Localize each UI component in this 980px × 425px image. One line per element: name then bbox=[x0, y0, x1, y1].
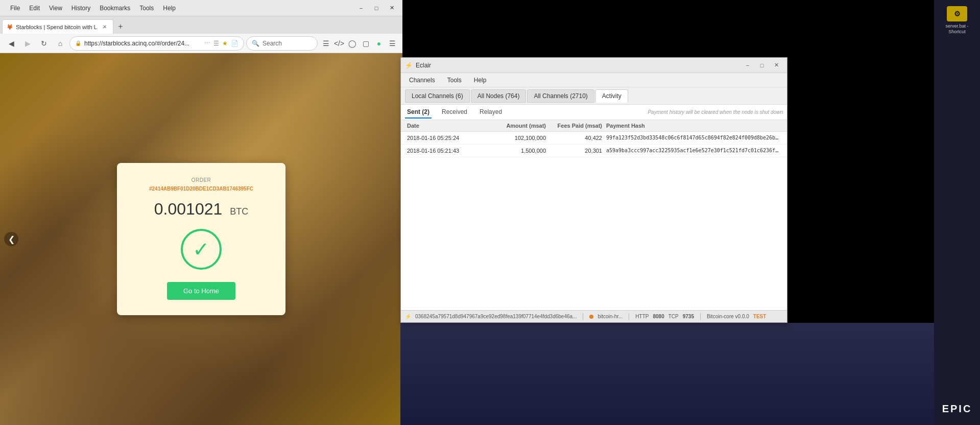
status-indicator bbox=[589, 315, 593, 319]
status-separator-3 bbox=[700, 313, 701, 320]
eclair-node-id: 0368245a79571d8d947967a9ce92ed98fea139f0… bbox=[415, 314, 577, 319]
status-separator bbox=[583, 313, 583, 320]
toolbar-icons: ☰ </> ◯ ▢ ● ☰ bbox=[320, 37, 398, 50]
eclair-menu-tools[interactable]: Tools bbox=[441, 75, 468, 86]
eclair-title: Eclair bbox=[416, 62, 741, 69]
order-label: ORDER bbox=[132, 177, 270, 183]
container-icon[interactable]: ▢ bbox=[360, 37, 372, 50]
row1-fees: 40,422 bbox=[548, 134, 604, 141]
order-hash: #2414AB9BF01D20BDE1CD3AB1746395FC bbox=[132, 186, 270, 192]
tab-all-channels[interactable]: All Channels (2710) bbox=[527, 89, 594, 103]
network-badge: TEST bbox=[753, 314, 767, 319]
subtab-received[interactable]: Received bbox=[440, 106, 469, 119]
server-bat-icon: ⚙ bbox=[947, 6, 967, 21]
taskbar: ⚙ server.bat - Shortcut EPIC bbox=[934, 0, 980, 425]
btc-amount: 0.001021 BTC bbox=[132, 200, 270, 219]
maximize-button[interactable]: □ bbox=[370, 3, 383, 13]
eclair-window: ⚡ Eclair − □ ✕ Channels Tools Help Local… bbox=[400, 57, 787, 323]
menu-history[interactable]: History bbox=[67, 4, 94, 13]
row1-date: 2018-01-16 05:25:24 bbox=[405, 134, 487, 141]
tab-local-channels[interactable]: Local Channels (6) bbox=[405, 89, 470, 103]
menu-tools[interactable]: Tools bbox=[135, 4, 158, 13]
eclair-table: Date Amount (msat) Fees Paid (msat) Paym… bbox=[401, 120, 787, 310]
sync-icon[interactable]: ◯ bbox=[346, 37, 358, 50]
dev-tools-icon[interactable]: </> bbox=[333, 37, 345, 50]
table-row[interactable]: 2018-01-16 05:21:43 1,500,000 20,301 a59… bbox=[401, 145, 787, 157]
row2-amount: 1,500,000 bbox=[487, 147, 548, 154]
row2-hash: a59a9ba3ccc997acc3225935acf1e6e527e30f1c… bbox=[604, 147, 783, 154]
checkmark-circle: ✓ bbox=[181, 229, 222, 270]
bookmark-icon[interactable]: ★ bbox=[222, 40, 228, 47]
eclair-menu-channels[interactable]: Channels bbox=[403, 75, 441, 86]
status-separator-2 bbox=[629, 313, 629, 320]
row2-fees: 20,301 bbox=[548, 147, 604, 154]
eclair-close-button[interactable]: ✕ bbox=[770, 60, 783, 70]
forward-button[interactable]: ▶ bbox=[20, 36, 35, 51]
menu-edit[interactable]: Edit bbox=[25, 4, 44, 13]
table-body: 2018-01-16 05:25:24 102,100,000 40,422 9… bbox=[401, 132, 787, 310]
relay-icon[interactable]: ● bbox=[373, 37, 385, 50]
menu-file[interactable]: File bbox=[6, 4, 24, 13]
dark-bottom-area bbox=[400, 323, 934, 425]
row1-amount: 102,100,000 bbox=[487, 134, 548, 141]
header-amount: Amount (msat) bbox=[487, 122, 548, 129]
pocket-icon[interactable]: ☰ bbox=[213, 40, 219, 47]
search-box[interactable]: 🔍 Search bbox=[246, 36, 318, 51]
address-bar[interactable]: 🔒 https://starblocks.acinq.co/#/order/24… bbox=[69, 36, 244, 51]
bitcoin-core-version: Bitcoin-core v0.0.0 bbox=[707, 314, 749, 319]
eclair-menu-help[interactable]: Help bbox=[468, 75, 493, 86]
menu-bookmarks[interactable]: Bookmarks bbox=[95, 4, 134, 13]
tcp-port: 9735 bbox=[683, 314, 694, 319]
eclair-sub-tabs: Sent (2) Received Relayed Payment histor… bbox=[401, 105, 787, 120]
home-button[interactable]: ⌂ bbox=[53, 36, 67, 51]
url-text: https://starblocks.acinq.co/#/order/24..… bbox=[84, 40, 202, 47]
btc-unit: BTC bbox=[230, 206, 248, 217]
back-button[interactable]: ◀ bbox=[4, 36, 18, 51]
pdf-icon[interactable]: 📄 bbox=[231, 40, 238, 47]
eclair-menubar: Channels Tools Help bbox=[401, 73, 787, 87]
eclair-node-icon: ⚡ bbox=[405, 314, 411, 319]
bitcoin-label: bitcoin-hr... bbox=[597, 314, 623, 319]
table-row[interactable]: 2018-01-16 05:25:24 102,100,000 40,422 9… bbox=[401, 132, 787, 145]
eclair-titlebar: ⚡ Eclair − □ ✕ bbox=[401, 58, 787, 73]
server-bat-shortcut[interactable]: ⚙ server.bat - Shortcut bbox=[941, 4, 973, 37]
browser-tab-active[interactable]: 🦊 Starblocks | Spend bitcoin with L... ✕ bbox=[2, 19, 113, 34]
eclair-tabs: Local Channels (6) All Nodes (764) All C… bbox=[401, 87, 787, 105]
reader-view-icon[interactable]: ☰ bbox=[320, 37, 332, 50]
browser-menu: File Edit View History Bookmarks Tools H… bbox=[4, 4, 182, 13]
browser-titlebar: File Edit View History Bookmarks Tools H… bbox=[0, 0, 402, 16]
reload-button[interactable]: ↻ bbox=[37, 36, 51, 51]
menu-help[interactable]: Help bbox=[159, 4, 180, 13]
menu-icon[interactable]: ☰ bbox=[386, 37, 398, 50]
left-arrow[interactable]: ❮ bbox=[4, 232, 18, 246]
tab-activity[interactable]: Activity bbox=[595, 89, 628, 103]
go-home-button[interactable]: Go to Home bbox=[167, 282, 235, 300]
table-header: Date Amount (msat) Fees Paid (msat) Paym… bbox=[401, 120, 787, 132]
server-bat-label: server.bat - Shortcut bbox=[943, 23, 971, 35]
header-hash: Payment Hash bbox=[604, 122, 783, 129]
eclair-icon: ⚡ bbox=[405, 62, 413, 69]
tab-all-nodes[interactable]: All Nodes (764) bbox=[471, 89, 527, 103]
more-button[interactable]: ⋯ bbox=[205, 40, 210, 46]
row1-hash: 99fa123f52d3bd33548c06c6f8147d65c8694f82… bbox=[604, 134, 783, 141]
new-tab-button[interactable]: + bbox=[113, 19, 128, 34]
payment-history-note: Payment history will be cleared when the… bbox=[648, 109, 783, 115]
menu-view[interactable]: View bbox=[45, 4, 66, 13]
tab-label: Starblocks | Spend bitcoin with L... bbox=[16, 24, 98, 30]
http-label: HTTP bbox=[635, 314, 649, 319]
subtab-relayed[interactable]: Relayed bbox=[477, 106, 504, 119]
eclair-maximize-button[interactable]: □ bbox=[755, 60, 769, 70]
search-icon: 🔍 bbox=[252, 40, 259, 47]
tab-close-button[interactable]: ✕ bbox=[101, 23, 109, 31]
minimize-button[interactable]: − bbox=[354, 3, 368, 13]
nav-bar: ◀ ▶ ↻ ⌂ 🔒 https://starblocks.acinq.co/#/… bbox=[0, 34, 402, 53]
eclair-minimize-button[interactable]: − bbox=[741, 60, 754, 70]
eclair-statusbar: ⚡ 0368245a79571d8d947967a9ce92ed98fea139… bbox=[401, 310, 787, 322]
subtab-sent[interactable]: Sent (2) bbox=[405, 106, 432, 119]
search-placeholder: Search bbox=[262, 40, 282, 47]
close-button[interactable]: ✕ bbox=[385, 3, 398, 13]
header-fees: Fees Paid (msat) bbox=[548, 122, 604, 129]
eclair-window-buttons: − □ ✕ bbox=[741, 60, 783, 70]
checkmark-icon: ✓ bbox=[193, 238, 210, 261]
epic-logo: EPIC bbox=[942, 403, 972, 415]
